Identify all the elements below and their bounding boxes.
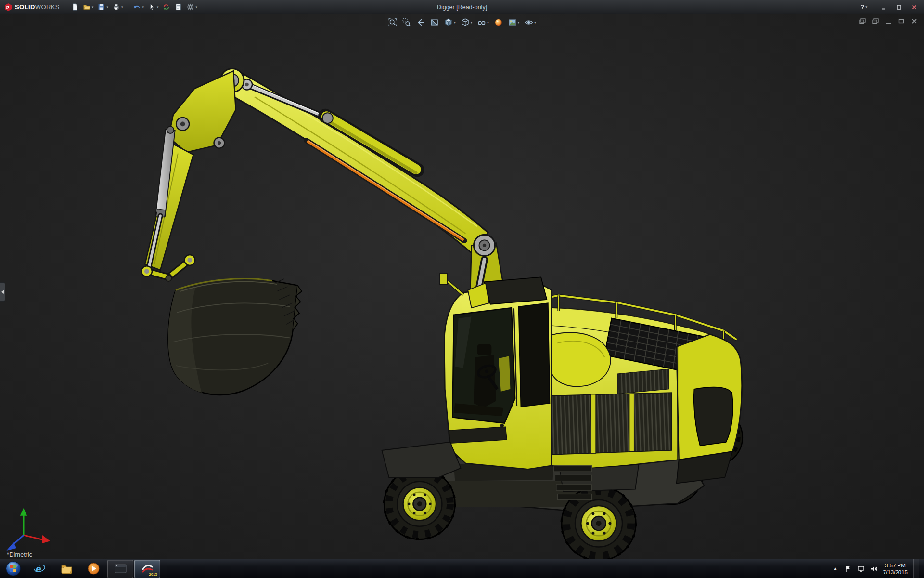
view-orientation-cube-icon: [444, 18, 453, 27]
restore-document-icon: [898, 18, 905, 24]
view-orientation-caret[interactable]: ▾: [454, 21, 456, 24]
zoom-to-area-icon: [402, 18, 411, 27]
hide-show-items-button[interactable]: ▾: [475, 16, 490, 28]
help-button[interactable]: ?▾: [859, 3, 869, 11]
action-center-flag-icon: [844, 565, 852, 573]
rebuild-button[interactable]: [161, 1, 172, 13]
taskbar-internet-explorer[interactable]: e: [26, 560, 52, 578]
print-icon: [112, 3, 120, 11]
new-document-icon: [71, 3, 79, 11]
help-dropdown-caret: ▾: [865, 5, 867, 9]
zoom-to-area-button[interactable]: [400, 16, 412, 28]
display-style-icon: [461, 18, 470, 27]
graphics-area[interactable]: ▾ ▾ ▾: [0, 14, 924, 559]
undo-icon: [133, 3, 141, 11]
tray-expand-chevron[interactable]: ▲: [832, 566, 839, 571]
rebuild-icon: [162, 3, 170, 11]
view-orientation-button[interactable]: ▾: [442, 16, 457, 28]
help-glyph: ?: [861, 3, 865, 11]
minimize-button[interactable]: [876, 2, 891, 13]
save-button[interactable]: ▾: [96, 1, 110, 13]
network-icon: [857, 565, 865, 573]
close-button[interactable]: [907, 2, 922, 13]
panel-collapse-tab[interactable]: [0, 282, 5, 302]
previous-view-button[interactable]: [414, 16, 426, 28]
new-document-button[interactable]: [69, 1, 80, 13]
volume-icon: [870, 565, 878, 573]
cab[interactable]: [439, 274, 552, 469]
app-window-icon: [114, 562, 127, 575]
cascade-windows-icon: [872, 18, 879, 24]
document-window-controls: [858, 17, 919, 25]
brand-text: SOLIDWORKS: [15, 3, 60, 11]
close-icon: [911, 4, 917, 10]
front-left-wheel[interactable]: [384, 469, 455, 539]
media-player-icon: [87, 562, 100, 575]
new-window-icon: [859, 18, 866, 24]
action-center-tray-button[interactable]: [844, 565, 852, 573]
minimize-document-icon: [885, 18, 892, 24]
view-settings-eye-icon: [524, 18, 533, 27]
maximize-icon: [896, 4, 902, 10]
hide-show-caret[interactable]: ▾: [487, 21, 489, 24]
print-dropdown-caret[interactable]: ▾: [121, 5, 123, 9]
taskbar-solidworks[interactable]: 2015: [134, 560, 160, 578]
undo-dropdown-caret[interactable]: ▾: [142, 5, 144, 9]
new-window-button[interactable]: [858, 17, 867, 25]
view-settings-caret[interactable]: ▾: [534, 21, 536, 24]
select-button[interactable]: ▾: [146, 1, 160, 13]
options-dropdown-caret[interactable]: ▾: [195, 5, 197, 9]
display-style-caret[interactable]: ▾: [471, 21, 473, 24]
titlebar-left: SOLIDWORKS: [0, 2, 60, 12]
start-button[interactable]: [0, 559, 26, 578]
restore-document-button[interactable]: [897, 17, 906, 25]
digger-model-canvas[interactable]: [0, 14, 924, 559]
volume-tray-button[interactable]: [870, 565, 878, 573]
section-view-button[interactable]: [428, 16, 440, 28]
zoom-to-fit-button[interactable]: [386, 16, 398, 28]
print-button[interactable]: ▾: [111, 1, 125, 13]
dassault-3ds-logo-icon: [3, 2, 13, 12]
document-title: Digger [Read-only]: [437, 0, 487, 14]
titlebar-toolbar: ▾ ▾ ▾: [69, 1, 199, 13]
open-dropdown-caret[interactable]: ▾: [92, 5, 94, 9]
open-button[interactable]: ▾: [81, 1, 95, 13]
select-cursor-icon: [148, 3, 156, 11]
solidworks-screen: SOLIDWORKS ▾: [0, 0, 924, 578]
options-button[interactable]: ▾: [185, 1, 199, 13]
maximize-button[interactable]: [892, 2, 906, 13]
solidworks-version-badge: 2015: [149, 572, 157, 577]
internet-explorer-icon: e: [33, 562, 46, 575]
titlebar: SOLIDWORKS ▾: [0, 0, 924, 14]
taskbar-clock[interactable]: 3:57 PM 7/13/2015: [883, 562, 908, 576]
heads-up-view-toolbar: ▾ ▾ ▾: [386, 16, 538, 28]
close-document-button[interactable]: [910, 17, 919, 25]
show-desktop-button[interactable]: [913, 559, 919, 578]
close-document-icon: [911, 18, 918, 24]
file-properties-button[interactable]: [173, 1, 184, 13]
undo-button[interactable]: ▾: [131, 1, 145, 13]
taskbar-app-window[interactable]: [107, 560, 133, 578]
view-settings-button[interactable]: ▾: [523, 16, 538, 28]
apply-scene-button[interactable]: ▾: [506, 16, 521, 28]
windows-start-orb-icon: [5, 561, 21, 577]
file-properties-icon: [174, 3, 182, 11]
network-tray-button[interactable]: [857, 565, 865, 573]
taskbar-windows-explorer[interactable]: [53, 560, 79, 578]
open-folder-icon: [83, 3, 91, 11]
edit-appearance-button[interactable]: [492, 16, 504, 28]
previous-view-icon: [416, 18, 425, 27]
select-dropdown-caret[interactable]: ▾: [157, 5, 159, 9]
cascade-windows-button[interactable]: [871, 17, 880, 25]
display-style-button[interactable]: ▾: [459, 16, 474, 28]
apply-scene-caret[interactable]: ▾: [518, 21, 520, 24]
view-orientation-label: *Dimetric: [7, 552, 32, 558]
system-tray: ▲: [832, 559, 924, 578]
save-icon: [97, 3, 105, 11]
minimize-document-button[interactable]: [884, 17, 893, 25]
clock-date: 7/13/2015: [883, 569, 908, 576]
save-dropdown-caret[interactable]: ▾: [106, 5, 108, 9]
section-view-icon: [430, 18, 439, 27]
taskbar-media-player[interactable]: [80, 560, 106, 578]
edit-appearance-sphere-icon: [494, 18, 503, 27]
